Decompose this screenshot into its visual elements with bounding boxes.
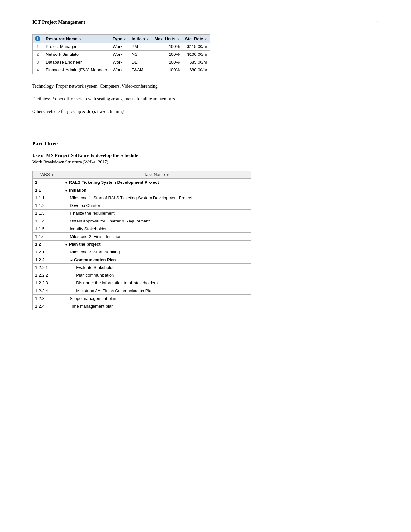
wbs-table-row: 1.2.4 Time management plan (33, 302, 251, 310)
resource-table-row: 1 Project Manager Work PM 100% $115.00/h… (33, 43, 210, 51)
resource-table: i Resource Name ▼ Type ▼ Initials ▼ Max.… (32, 34, 210, 74)
row-stdrate: $115.00/hr (182, 43, 210, 51)
row-name: Database Engineer (43, 58, 110, 66)
wbs-cell: 1.2.2.3 (33, 279, 62, 287)
row-type: Work (110, 66, 129, 74)
row-name: Finance & Admin (F&A) Manager (43, 66, 110, 74)
wbs-cell: 1.2 (33, 241, 62, 248)
task-col-header: Task Name ▼ (62, 171, 251, 179)
row-name: Project Manager (43, 43, 110, 51)
wbs-table-row: 1.2.2.1 Evaluate Stakeholder (33, 264, 251, 271)
resource-table-wrapper: i Resource Name ▼ Type ▼ Initials ▼ Max.… (32, 34, 379, 74)
wbs-cell: 1.1.5 (33, 225, 62, 233)
wbs-table-row: 1.1.3 Finalize the requirement (33, 210, 251, 217)
sort-arrow-wbs: ▼ (51, 173, 54, 177)
task-cell: Develop Charter (62, 202, 251, 210)
facilities-paragraph: Facilities: Proper office set-up with se… (32, 95, 379, 102)
task-cell: Evaluate Stakeholder (62, 264, 251, 271)
resource-table-col-initials: Initials ▼ (129, 35, 152, 43)
triangle-icon: ◄ (64, 181, 68, 184)
resource-table-col-icon: i (33, 35, 43, 43)
wbs-table-row: 1.2.2.4 Milestone 3A: Finish Communicati… (33, 287, 251, 295)
row-type: Work (110, 58, 129, 66)
wbs-table-row: 1 ◄RALS Ticketing System Development Pro… (33, 179, 251, 186)
row-type: Work (110, 51, 129, 58)
wbs-cell: 1.2.2.1 (33, 264, 62, 271)
wbs-cell: 1.2.4 (33, 302, 62, 310)
wbs-table-row: 1.1.2 Develop Charter (33, 202, 251, 210)
row-num: 2 (33, 51, 43, 58)
resource-table-col-type: Type ▼ (110, 35, 129, 43)
sort-arrow-maxunits: ▼ (177, 38, 180, 41)
sort-arrow-type: ▼ (123, 38, 126, 41)
section-heading-part-three: Part Three (32, 141, 379, 147)
wbs-cell: 1.2.3 (33, 295, 62, 302)
task-cell: Milestone 2: Finish Initiation (62, 233, 251, 241)
triangle-icon: ◄ (70, 258, 73, 262)
wbs-cell: 1.2.2 (33, 256, 62, 264)
row-stdrate: $100.00/hr (182, 51, 210, 58)
row-initials: PM (129, 43, 152, 51)
wbs-cell: 1.2.1 (33, 248, 62, 256)
page-number: 4 (377, 19, 379, 25)
wbs-cell: 1.1.4 (33, 217, 62, 225)
row-num: 4 (33, 66, 43, 74)
wbs-cell: 1.1.2 (33, 202, 62, 210)
task-cell: Milestone 3: Start Planning (62, 248, 251, 256)
triangle-icon: ◄ (64, 243, 68, 246)
wbs-table-row: 1.1.6 Milestone 2: Finish Initiation (33, 233, 251, 241)
task-cell: ◄Initiation (62, 186, 251, 194)
row-stdrate: $85.00/hr (182, 58, 210, 66)
task-cell: Obtain approval for Charter & Requiremen… (62, 217, 251, 225)
wbs-table-row: 1.1.5 Identify Stakeholder (33, 225, 251, 233)
task-cell: ◄Communication Plan (62, 256, 251, 264)
row-maxunits: 100% (152, 43, 182, 51)
row-name: Network Simulator (43, 51, 110, 58)
triangle-icon: ◄ (64, 189, 68, 192)
resource-table-row: 2 Network Simulator Work NS 100% $100.00… (33, 51, 210, 58)
wbs-table-wrapper: WBS ▼ Task Name ▼ 1 ◄RALS Ticketing Syst… (32, 171, 379, 310)
wbs-table-row: 1.1 ◄Initiation (33, 186, 251, 194)
wbs-cell: 1.1 (33, 186, 62, 194)
wbs-table-row: 1.1.4 Obtain approval for Charter & Requ… (33, 217, 251, 225)
task-cell: Identify Stakeholder (62, 225, 251, 233)
task-cell: Scope management plan (62, 295, 251, 302)
row-type: Work (110, 43, 129, 51)
resource-table-col-name: Resource Name ▼ (43, 35, 110, 43)
subsection-subtext: Work Breakdown Structure (Wrike, 2017) (32, 160, 379, 165)
row-num: 1 (33, 43, 43, 51)
row-num: 3 (33, 58, 43, 66)
sort-arrow-task: ▼ (166, 173, 169, 177)
sort-arrow-stdrate: ▼ (204, 38, 207, 41)
wbs-table-row: 1.2 ◄Plan the project (33, 241, 251, 248)
row-initials: NS (129, 51, 152, 58)
wbs-col-header: WBS ▼ (33, 171, 62, 179)
task-cell: Finalize the requirement (62, 210, 251, 217)
wbs-table-row: 1.2.3 Scope management plan (33, 295, 251, 302)
row-maxunits: 100% (152, 51, 182, 58)
wbs-cell: 1.2.2.4 (33, 287, 62, 295)
wbs-cell: 1 (33, 179, 62, 186)
page-title: ICT Project Management (32, 19, 85, 25)
row-maxunits: 100% (152, 58, 182, 66)
others-paragraph: Others: vehicle for pick-up & drop, trav… (32, 108, 379, 115)
page-header: ICT Project Management 4 (32, 19, 379, 25)
sort-arrow-initials: ▼ (146, 38, 149, 41)
task-cell: Milestone 3A: Finish Communication Plan (62, 287, 251, 295)
wbs-cell: 1.1.6 (33, 233, 62, 241)
wbs-table-row: 1.1.1 Milestone 1: Start of RALS Ticketi… (33, 194, 251, 202)
task-cell: Plan communication (62, 271, 251, 279)
resource-table-col-stdrate: Std. Rate ▼ (182, 35, 210, 43)
row-maxunits: 100% (152, 66, 182, 74)
resource-table-col-maxunits: Max. Units ▼ (152, 35, 182, 43)
sort-arrow-name: ▼ (79, 38, 82, 41)
row-initials: F&AM (129, 66, 152, 74)
row-stdrate: $80.00/hr (182, 66, 210, 74)
task-cell: Time management plan (62, 302, 251, 310)
wbs-table-row: 1.2.1 Milestone 3: Start Planning (33, 248, 251, 256)
tech-paragraph: Technology: Proper network system, Compu… (32, 83, 379, 90)
info-icon: i (35, 36, 40, 41)
task-cell: Milestone 1: Start of RALS Ticketing Sys… (62, 194, 251, 202)
wbs-cell: 1.1.3 (33, 210, 62, 217)
wbs-cell: 1.2.2.2 (33, 271, 62, 279)
